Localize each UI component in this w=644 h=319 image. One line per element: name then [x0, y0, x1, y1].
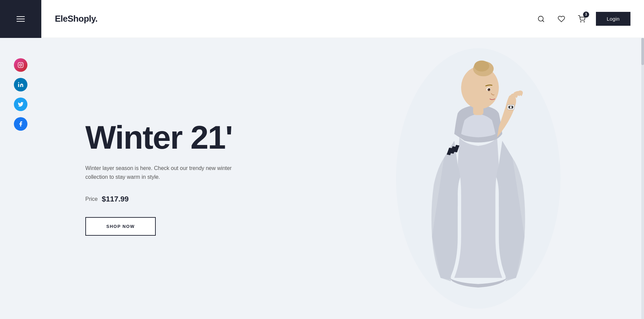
hero-image [313, 38, 644, 319]
hero-person-illustration [313, 38, 644, 319]
hamburger-button[interactable] [17, 16, 25, 22]
svg-point-16 [489, 88, 490, 89]
price-value: $117.99 [102, 195, 129, 204]
shop-now-button[interactable]: Shop Now [85, 217, 156, 236]
sidebar-header-space [0, 0, 41, 38]
header-actions: 3 Login [535, 12, 630, 26]
scrollbar-track[interactable] [641, 38, 644, 319]
header: EleShoply. [0, 0, 644, 38]
logo: EleShoply. [55, 14, 98, 24]
svg-rect-7 [18, 84, 19, 87]
login-button[interactable]: Login [596, 12, 630, 26]
hero-text-block: Winter 21' Winter layer season is here. … [85, 121, 248, 236]
svg-point-8 [18, 82, 19, 83]
svg-point-13 [474, 61, 489, 71]
header-content: EleShoply. [41, 12, 644, 26]
svg-point-2 [580, 21, 581, 22]
cart-badge: 3 [583, 12, 589, 18]
svg-rect-4 [18, 63, 23, 68]
scrollbar-thumb[interactable] [641, 38, 644, 65]
main-content: Winter 21' Winter layer season is here. … [41, 38, 644, 319]
hero-description: Winter layer season is here. Check out o… [85, 164, 248, 181]
svg-point-5 [20, 64, 22, 66]
social-facebook-button[interactable] [14, 117, 27, 131]
price-label: Price [85, 196, 98, 202]
search-button[interactable] [535, 13, 547, 25]
cart-button[interactable]: 3 [576, 13, 588, 25]
hero-title: Winter 21' [85, 121, 248, 154]
price-row: Price $117.99 [85, 195, 248, 204]
social-instagram-button[interactable] [14, 58, 27, 72]
svg-line-1 [542, 20, 544, 22]
sidebar [0, 38, 41, 319]
svg-point-3 [584, 21, 584, 22]
svg-point-19 [510, 106, 512, 108]
hero-section: Winter 21' Winter layer season is here. … [41, 38, 644, 319]
social-twitter-button[interactable] [14, 98, 27, 111]
social-linkedin-button[interactable] [14, 78, 27, 91]
svg-point-6 [22, 63, 22, 64]
wishlist-button[interactable] [555, 13, 567, 25]
